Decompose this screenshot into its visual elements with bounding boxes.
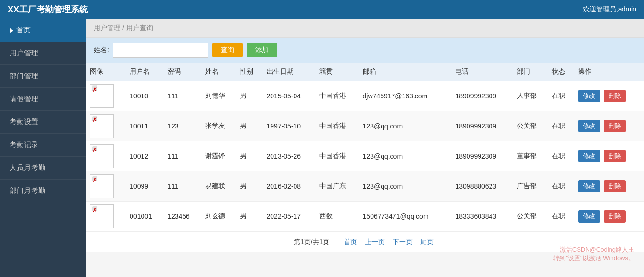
cell-action: 修改 删除: [574, 81, 644, 111]
user-greeting: 欢迎管理员,admin: [583, 5, 636, 14]
cell-hometown: 中国香港: [316, 81, 359, 111]
col-username: 用户名: [126, 63, 164, 81]
col-image: 图像: [86, 63, 126, 81]
cell-dept: 公关部: [513, 202, 548, 232]
cell-image: [86, 81, 126, 111]
delete-button[interactable]: 删除: [604, 180, 626, 192]
cell-gender: 男: [236, 202, 262, 232]
modify-button[interactable]: 修改: [578, 210, 600, 223]
cell-phone: 18333603843: [451, 202, 513, 232]
sidebar-item-user-mgmt[interactable]: 用户管理: [0, 42, 86, 65]
user-table-container: 图像 用户名 密码 姓名 性别 出生日期 籍贯 邮箱 电话 部门 状态 操作: [86, 63, 644, 232]
user-image: [90, 84, 114, 108]
sidebar-item-attendance-settings[interactable]: 考勤设置: [0, 111, 86, 134]
cell-name: 谢霆锋: [201, 141, 236, 171]
cell-password: 123456: [164, 202, 201, 232]
cell-username: 10099: [126, 171, 164, 202]
modify-button[interactable]: 修改: [578, 150, 600, 162]
cell-gender: 男: [236, 141, 262, 171]
delete-button[interactable]: 删除: [604, 150, 626, 162]
sidebar-arrow-icon: [10, 28, 13, 33]
col-birthday: 出生日期: [263, 63, 316, 81]
cell-birthday: 2013-05-26: [263, 141, 316, 171]
sidebar-item-leave-mgmt[interactable]: 请假管理: [0, 88, 86, 111]
pagination: 第1页/共1页 首页 上一页 下一页 尾页: [86, 232, 644, 252]
next-page-link[interactable]: 下一页: [393, 238, 413, 245]
breadcrumb-parent: 用户管理: [94, 24, 120, 32]
main-layout: 首页 用户管理 部门管理 请假管理 考勤设置 考勤记录 人员月考勤 部门月考勤 …: [0, 19, 644, 277]
cell-password: 111: [164, 81, 201, 111]
cell-name: 易建联: [201, 171, 236, 202]
cell-name: 刘德华: [201, 81, 236, 111]
sidebar-item-dept-mgmt[interactable]: 部门管理: [0, 65, 86, 88]
cell-birthday: 2016-02-08: [263, 171, 316, 202]
delete-button[interactable]: 删除: [604, 90, 626, 102]
sidebar-dept-monthly-label: 部门月考勤: [10, 186, 45, 194]
cell-image: [86, 111, 126, 141]
cell-dept: 董事部: [513, 141, 548, 171]
cell-email: 123@qq.com: [359, 171, 452, 202]
search-input[interactable]: [113, 43, 208, 58]
cell-hometown: 中国香港: [316, 111, 359, 141]
sidebar: 首页 用户管理 部门管理 请假管理 考勤设置 考勤记录 人员月考勤 部门月考勤: [0, 19, 86, 277]
cell-username: 10010: [126, 81, 164, 111]
modify-button[interactable]: 修改: [578, 90, 600, 102]
sidebar-item-attendance-records[interactable]: 考勤记录: [0, 134, 86, 157]
user-image: [90, 114, 114, 138]
table-row: 10099 111 易建联 男 2016-02-08 中国广东 123@qq.c…: [86, 171, 644, 202]
modify-button[interactable]: 修改: [578, 120, 600, 132]
cell-username: 10012: [126, 141, 164, 171]
cell-name: 刘玄德: [201, 202, 236, 232]
cell-image: [86, 141, 126, 171]
sidebar-home-label: 首页: [16, 26, 31, 35]
page-info: 第1页/共1页: [294, 238, 329, 245]
sidebar-item-staff-monthly[interactable]: 人员月考勤: [0, 157, 86, 180]
cell-status: 在职: [548, 171, 574, 202]
col-dept: 部门: [513, 63, 548, 81]
cell-action: 修改 删除: [574, 171, 644, 202]
last-page-link[interactable]: 尾页: [420, 238, 434, 245]
cell-status: 在职: [548, 202, 574, 232]
table-header: 图像 用户名 密码 姓名 性别 出生日期 籍贯 邮箱 电话 部门 状态 操作: [86, 63, 644, 81]
table-row: 10010 111 刘德华 男 2015-05-04 中国香港 djw74591…: [86, 81, 644, 111]
modify-button[interactable]: 修改: [578, 180, 600, 192]
cell-status: 在职: [548, 141, 574, 171]
prev-page-link[interactable]: 上一页: [365, 238, 385, 245]
cell-hometown: 中国香港: [316, 141, 359, 171]
cell-gender: 男: [236, 81, 262, 111]
cell-status: 在职: [548, 111, 574, 141]
cell-email: 123@qq.com: [359, 111, 452, 141]
cell-password: 123: [164, 111, 201, 141]
delete-button[interactable]: 删除: [604, 120, 626, 132]
delete-button[interactable]: 删除: [604, 210, 626, 223]
first-page-link[interactable]: 首页: [344, 238, 357, 245]
cell-phone: 18909992309: [451, 81, 513, 111]
col-gender: 性别: [236, 63, 262, 81]
cell-image: [86, 171, 126, 202]
user-image: [90, 144, 114, 168]
sidebar-dept-mgmt-label: 部门管理: [10, 72, 38, 80]
cell-gender: 男: [236, 111, 262, 141]
cell-phone: 18909992309: [451, 141, 513, 171]
add-button[interactable]: 添加: [247, 43, 277, 57]
cell-password: 111: [164, 171, 201, 202]
content-area: 用户管理 / 用户查询 姓名: 查询 添加 图像 用户名 密码 姓名 性别: [86, 19, 644, 277]
cell-name: 张学友: [201, 111, 236, 141]
table-row: 10012 111 谢霆锋 男 2013-05-26 中国香港 123@qq.c…: [86, 141, 644, 171]
sidebar-item-dept-monthly[interactable]: 部门月考勤: [0, 180, 86, 202]
search-button[interactable]: 查询: [212, 43, 243, 57]
cell-birthday: 2015-05-04: [263, 81, 316, 111]
cell-phone: 13098880623: [451, 171, 513, 202]
cell-birthday: 1997-05-10: [263, 111, 316, 141]
cell-email: 1506773471@qq.com: [359, 202, 452, 232]
cell-email: djw745917@163.com: [359, 81, 452, 111]
cell-birthday: 2022-05-17: [263, 202, 316, 232]
col-action: 操作: [574, 63, 644, 81]
table-body: 10010 111 刘德华 男 2015-05-04 中国香港 djw74591…: [86, 81, 644, 232]
cell-hometown: 中国广东: [316, 171, 359, 202]
col-hometown: 籍贯: [316, 63, 359, 81]
user-table: 图像 用户名 密码 姓名 性别 出生日期 籍贯 邮箱 电话 部门 状态 操作: [86, 63, 644, 232]
user-image: [90, 174, 114, 198]
app-title: XX工厂考勤管理系统: [8, 4, 88, 15]
sidebar-item-home[interactable]: 首页: [0, 19, 86, 42]
